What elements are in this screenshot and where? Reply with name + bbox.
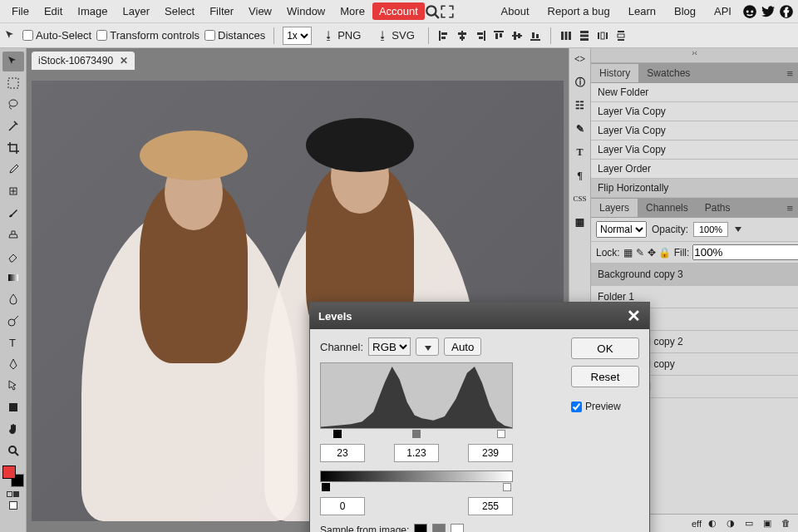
sample-white-icon[interactable] [451,524,464,532]
new-folder-icon[interactable]: ▭ [745,518,756,530]
tool-zoom[interactable] [2,441,24,461]
input-levels-slider[interactable] [320,431,513,439]
menu-image[interactable]: Image [70,2,115,21]
panel-icon-paragraph[interactable]: ¶ [573,168,588,183]
menu-more[interactable]: More [332,2,372,21]
output-black-field[interactable] [320,497,365,515]
new-mask-icon[interactable]: ◐ [708,518,720,530]
output-white-field[interactable] [468,497,513,515]
tab-paths[interactable]: Paths [697,199,739,217]
history-item[interactable]: Layer Order [591,160,798,179]
tab-channels[interactable]: Channels [638,199,697,217]
history-item[interactable]: Layer Via Copy [591,102,798,121]
menu-window[interactable]: Window [279,2,332,21]
link-blog[interactable]: Blog [667,2,703,21]
tab-swatches[interactable]: Swatches [638,64,698,82]
dialog-titlebar[interactable]: Levels ✕ [310,303,649,329]
panel-menu-icon[interactable]: ≡ [781,67,798,80]
export-scale-select[interactable]: 1x [283,27,312,45]
tool-shape[interactable] [2,397,24,417]
layer-item[interactable]: Background copy 3 [591,264,798,286]
tool-eraser[interactable] [2,246,24,266]
panel-collapse-handle[interactable]: ›‹ [591,48,798,63]
align-right-icon[interactable] [474,29,487,42]
tool-type[interactable]: T [2,332,24,352]
tab-layers[interactable]: Layers [591,199,638,217]
search-icon[interactable] [425,4,440,19]
menu-account[interactable]: Account [372,2,425,20]
tool-pen[interactable] [2,354,24,374]
channel-presets-button[interactable] [416,337,439,356]
align-center-v-icon[interactable] [510,29,524,42]
panel-icon-adjust[interactable]: ☷ [573,98,588,113]
dialog-close-icon[interactable]: ✕ [627,308,641,324]
tab-history[interactable]: History [591,64,638,82]
tool-crop[interactable] [2,138,24,158]
distribute-spacing-v-icon[interactable] [614,29,628,42]
opacity-slider-icon[interactable] [735,227,741,232]
history-item[interactable]: Layer Via Copy [591,140,798,160]
distances-checkbox[interactable]: Distances [204,29,265,42]
panel-icon-code[interactable]: <> [573,52,588,66]
panel-menu-icon[interactable]: ≡ [781,202,798,214]
tool-clone-stamp[interactable] [2,224,24,244]
tool-magic-wand[interactable] [2,116,24,136]
tool-eyedropper[interactable] [2,160,24,180]
blend-mode-select[interactable]: Normal [596,221,647,238]
sample-gray-icon[interactable] [432,524,446,532]
history-item[interactable]: Flip Horizontally [591,179,798,198]
reset-button[interactable]: Reset [571,366,639,387]
link-about[interactable]: About [494,2,537,21]
fullscreen-icon[interactable] [440,4,455,19]
auto-button[interactable]: Auto [444,337,481,356]
quickmask-toggle[interactable] [7,491,19,497]
align-center-h-icon[interactable] [456,29,469,42]
close-icon[interactable]: ✕ [120,55,128,66]
panel-icon-brush[interactable]: ✎ [573,121,588,136]
facebook-icon[interactable] [779,4,794,19]
new-layer-icon[interactable]: ▣ [763,518,775,530]
preview-checkbox[interactable] [571,401,582,412]
input-white-handle[interactable] [497,430,505,438]
menu-filter[interactable]: Filter [202,2,241,21]
tool-hand[interactable] [2,419,24,439]
new-adjustment-icon[interactable]: ◑ [727,518,738,530]
channel-select[interactable]: RGB [368,337,411,356]
output-white-handle[interactable] [503,483,511,491]
auto-select-checkbox[interactable]: Auto-Select [22,29,91,42]
panel-icon-info[interactable]: ⓘ [573,75,588,90]
tool-gradient[interactable] [2,268,24,288]
link-learn[interactable]: Learn [621,2,663,21]
export-svg-button[interactable]: ⭳SVG [371,27,419,45]
reddit-icon[interactable] [742,4,757,19]
tool-healing-brush[interactable] [2,181,24,201]
tool-move[interactable] [2,52,24,71]
tool-marquee[interactable] [2,73,24,93]
history-item[interactable]: Layer Via Copy [591,121,798,140]
panel-icon-swatches[interactable]: ▦ [573,214,588,229]
transform-controls-checkbox[interactable]: Transform controls [96,29,200,42]
tool-brush[interactable] [2,203,24,223]
input-black-handle[interactable] [333,430,342,438]
input-white-field[interactable] [468,444,513,462]
document-tab[interactable]: iStock-10673490 ✕ [32,52,135,70]
align-top-icon[interactable] [492,29,505,42]
history-item[interactable]: New Folder [591,83,798,102]
delete-layer-icon[interactable]: 🗑 [781,518,793,530]
lock-position-icon[interactable]: ✥ [648,247,656,259]
fill-input[interactable] [692,244,798,260]
menu-layer[interactable]: Layer [116,2,158,21]
sample-black-icon[interactable] [414,524,427,532]
panel-icon-css[interactable]: CSS [573,191,588,206]
twitter-icon[interactable] [761,4,776,19]
align-left-icon[interactable] [437,29,451,42]
output-black-handle[interactable] [322,483,330,491]
tool-path-select[interactable] [2,376,24,396]
distribute-h-icon[interactable] [559,29,573,42]
distribute-spacing-h-icon[interactable] [596,29,609,42]
menu-file[interactable]: File [4,2,37,21]
input-mid-handle[interactable] [412,430,421,438]
lock-transparent-icon[interactable]: ▦ [623,247,633,259]
align-bottom-icon[interactable] [529,29,542,42]
menu-edit[interactable]: Edit [37,2,70,21]
